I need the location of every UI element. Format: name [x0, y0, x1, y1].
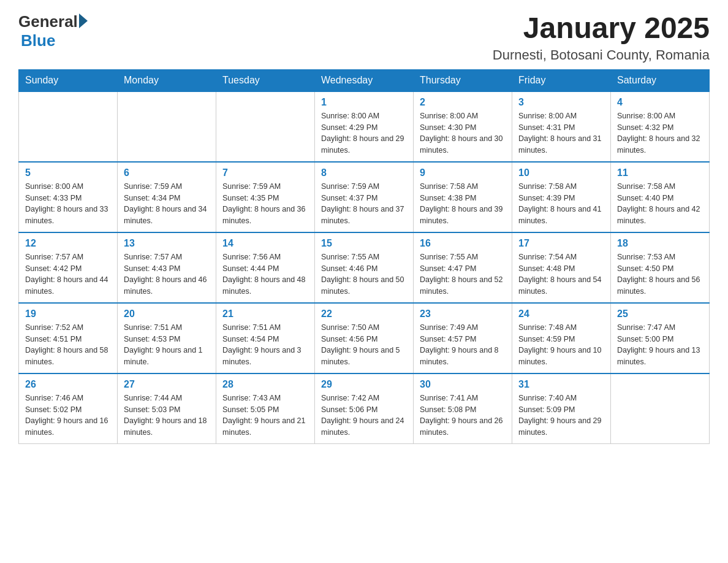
day-info: Sunrise: 7:48 AM Sunset: 4:59 PM Dayligh… — [518, 322, 604, 368]
day-number: 25 — [617, 308, 703, 320]
calendar-cell: 14Sunrise: 7:56 AM Sunset: 4:44 PM Dayli… — [216, 232, 315, 303]
day-number: 6 — [124, 167, 210, 178]
calendar-cell: 19Sunrise: 7:52 AM Sunset: 4:51 PM Dayli… — [19, 303, 118, 373]
day-number: 11 — [617, 167, 703, 178]
calendar-cell: 7Sunrise: 7:59 AM Sunset: 4:35 PM Daylig… — [216, 162, 315, 232]
day-number: 16 — [420, 238, 506, 249]
day-number: 8 — [321, 167, 407, 178]
day-info: Sunrise: 7:54 AM Sunset: 4:48 PM Dayligh… — [518, 251, 604, 297]
weekday-header: Tuesday — [216, 69, 315, 91]
calendar-cell: 11Sunrise: 7:58 AM Sunset: 4:40 PM Dayli… — [611, 162, 710, 232]
calendar-cell: 13Sunrise: 7:57 AM Sunset: 4:43 PM Dayli… — [118, 232, 216, 303]
day-info: Sunrise: 7:56 AM Sunset: 4:44 PM Dayligh… — [222, 251, 308, 297]
calendar-week-row: 1Sunrise: 8:00 AM Sunset: 4:29 PM Daylig… — [19, 91, 710, 162]
calendar-cell: 8Sunrise: 7:59 AM Sunset: 4:37 PM Daylig… — [315, 162, 414, 232]
calendar-cell: 2Sunrise: 8:00 AM Sunset: 4:30 PM Daylig… — [414, 91, 512, 162]
day-number: 18 — [617, 238, 703, 249]
calendar-cell — [216, 91, 315, 162]
title-block: January 2025 Durnesti, Botosani County, … — [493, 12, 710, 63]
day-info: Sunrise: 7:49 AM Sunset: 4:57 PM Dayligh… — [420, 322, 506, 368]
day-number: 1 — [321, 97, 407, 108]
calendar-cell — [611, 373, 710, 444]
day-number: 4 — [617, 97, 703, 108]
day-number: 10 — [518, 167, 604, 178]
day-info: Sunrise: 7:59 AM Sunset: 4:34 PM Dayligh… — [124, 181, 210, 227]
day-number: 15 — [321, 238, 407, 249]
day-number: 5 — [25, 167, 111, 178]
day-info: Sunrise: 8:00 AM Sunset: 4:31 PM Dayligh… — [518, 110, 604, 156]
calendar-cell: 25Sunrise: 7:47 AM Sunset: 5:00 PM Dayli… — [611, 303, 710, 373]
weekday-header: Sunday — [19, 69, 118, 91]
day-number: 3 — [518, 97, 604, 108]
day-info: Sunrise: 7:57 AM Sunset: 4:43 PM Dayligh… — [124, 251, 210, 297]
day-info: Sunrise: 7:43 AM Sunset: 5:05 PM Dayligh… — [222, 393, 308, 439]
day-info: Sunrise: 7:51 AM Sunset: 4:54 PM Dayligh… — [222, 322, 308, 368]
day-number: 17 — [518, 238, 604, 249]
calendar-cell: 12Sunrise: 7:57 AM Sunset: 4:42 PM Dayli… — [19, 232, 118, 303]
day-number: 14 — [222, 238, 308, 249]
day-info: Sunrise: 7:50 AM Sunset: 4:56 PM Dayligh… — [321, 322, 407, 368]
day-info: Sunrise: 8:00 AM Sunset: 4:29 PM Dayligh… — [321, 110, 407, 156]
calendar-cell — [19, 91, 118, 162]
day-info: Sunrise: 8:00 AM Sunset: 4:30 PM Dayligh… — [420, 110, 506, 156]
weekday-header: Wednesday — [315, 69, 414, 91]
day-info: Sunrise: 7:58 AM Sunset: 4:39 PM Dayligh… — [518, 181, 604, 227]
day-info: Sunrise: 7:57 AM Sunset: 4:42 PM Dayligh… — [25, 251, 111, 297]
day-info: Sunrise: 7:42 AM Sunset: 5:06 PM Dayligh… — [321, 393, 407, 439]
day-info: Sunrise: 8:00 AM Sunset: 4:33 PM Dayligh… — [25, 181, 111, 227]
calendar-week-row: 26Sunrise: 7:46 AM Sunset: 5:02 PM Dayli… — [19, 373, 710, 444]
calendar-cell: 10Sunrise: 7:58 AM Sunset: 4:39 PM Dayli… — [512, 162, 611, 232]
logo-general-text: General — [18, 12, 78, 31]
day-info: Sunrise: 7:44 AM Sunset: 5:03 PM Dayligh… — [124, 393, 210, 439]
logo-blue-text: Blue — [21, 31, 55, 50]
day-info: Sunrise: 7:46 AM Sunset: 5:02 PM Dayligh… — [25, 393, 111, 439]
calendar-cell — [118, 91, 216, 162]
day-number: 13 — [124, 238, 210, 249]
day-info: Sunrise: 7:55 AM Sunset: 4:46 PM Dayligh… — [321, 251, 407, 297]
day-number: 21 — [222, 308, 308, 320]
weekday-header: Monday — [118, 69, 216, 91]
calendar-cell: 24Sunrise: 7:48 AM Sunset: 4:59 PM Dayli… — [512, 303, 611, 373]
day-number: 30 — [420, 379, 506, 390]
calendar-cell: 15Sunrise: 7:55 AM Sunset: 4:46 PM Dayli… — [315, 232, 414, 303]
calendar-cell: 4Sunrise: 8:00 AM Sunset: 4:32 PM Daylig… — [611, 91, 710, 162]
calendar-header-row: SundayMondayTuesdayWednesdayThursdayFrid… — [19, 69, 710, 91]
day-info: Sunrise: 7:41 AM Sunset: 5:08 PM Dayligh… — [420, 393, 506, 439]
calendar-cell: 30Sunrise: 7:41 AM Sunset: 5:08 PM Dayli… — [414, 373, 512, 444]
calendar-subtitle: Durnesti, Botosani County, Romania — [493, 47, 710, 63]
day-info: Sunrise: 7:47 AM Sunset: 5:00 PM Dayligh… — [617, 322, 703, 368]
calendar-week-row: 12Sunrise: 7:57 AM Sunset: 4:42 PM Dayli… — [19, 232, 710, 303]
day-info: Sunrise: 7:55 AM Sunset: 4:47 PM Dayligh… — [420, 251, 506, 297]
calendar-table: SundayMondayTuesdayWednesdayThursdayFrid… — [18, 69, 710, 444]
day-info: Sunrise: 7:58 AM Sunset: 4:40 PM Dayligh… — [617, 181, 703, 227]
weekday-header: Saturday — [611, 69, 710, 91]
calendar-cell: 29Sunrise: 7:42 AM Sunset: 5:06 PM Dayli… — [315, 373, 414, 444]
day-number: 31 — [518, 379, 604, 390]
calendar-cell: 3Sunrise: 8:00 AM Sunset: 4:31 PM Daylig… — [512, 91, 611, 162]
day-number: 22 — [321, 308, 407, 320]
calendar-cell: 6Sunrise: 7:59 AM Sunset: 4:34 PM Daylig… — [118, 162, 216, 232]
day-info: Sunrise: 7:52 AM Sunset: 4:51 PM Dayligh… — [25, 322, 111, 368]
day-number: 9 — [420, 167, 506, 178]
day-info: Sunrise: 7:40 AM Sunset: 5:09 PM Dayligh… — [518, 393, 604, 439]
calendar-cell: 20Sunrise: 7:51 AM Sunset: 4:53 PM Dayli… — [118, 303, 216, 373]
calendar-cell: 17Sunrise: 7:54 AM Sunset: 4:48 PM Dayli… — [512, 232, 611, 303]
day-info: Sunrise: 7:53 AM Sunset: 4:50 PM Dayligh… — [617, 251, 703, 297]
calendar-cell: 9Sunrise: 7:58 AM Sunset: 4:38 PM Daylig… — [414, 162, 512, 232]
calendar-title: January 2025 — [493, 12, 710, 45]
calendar-cell: 26Sunrise: 7:46 AM Sunset: 5:02 PM Dayli… — [19, 373, 118, 444]
calendar-cell: 22Sunrise: 7:50 AM Sunset: 4:56 PM Dayli… — [315, 303, 414, 373]
calendar-cell: 18Sunrise: 7:53 AM Sunset: 4:50 PM Dayli… — [611, 232, 710, 303]
day-info: Sunrise: 7:51 AM Sunset: 4:53 PM Dayligh… — [124, 322, 210, 368]
calendar-cell: 16Sunrise: 7:55 AM Sunset: 4:47 PM Dayli… — [414, 232, 512, 303]
calendar-cell: 28Sunrise: 7:43 AM Sunset: 5:05 PM Dayli… — [216, 373, 315, 444]
day-number: 23 — [420, 308, 506, 320]
calendar-cell: 23Sunrise: 7:49 AM Sunset: 4:57 PM Dayli… — [414, 303, 512, 373]
calendar-cell: 21Sunrise: 7:51 AM Sunset: 4:54 PM Dayli… — [216, 303, 315, 373]
page-header: General Blue January 2025 Durnesti, Boto… — [18, 12, 710, 63]
weekday-header: Friday — [512, 69, 611, 91]
calendar-cell: 1Sunrise: 8:00 AM Sunset: 4:29 PM Daylig… — [315, 91, 414, 162]
logo: General Blue — [18, 12, 88, 50]
day-info: Sunrise: 7:59 AM Sunset: 4:37 PM Dayligh… — [321, 181, 407, 227]
day-number: 26 — [25, 379, 111, 390]
